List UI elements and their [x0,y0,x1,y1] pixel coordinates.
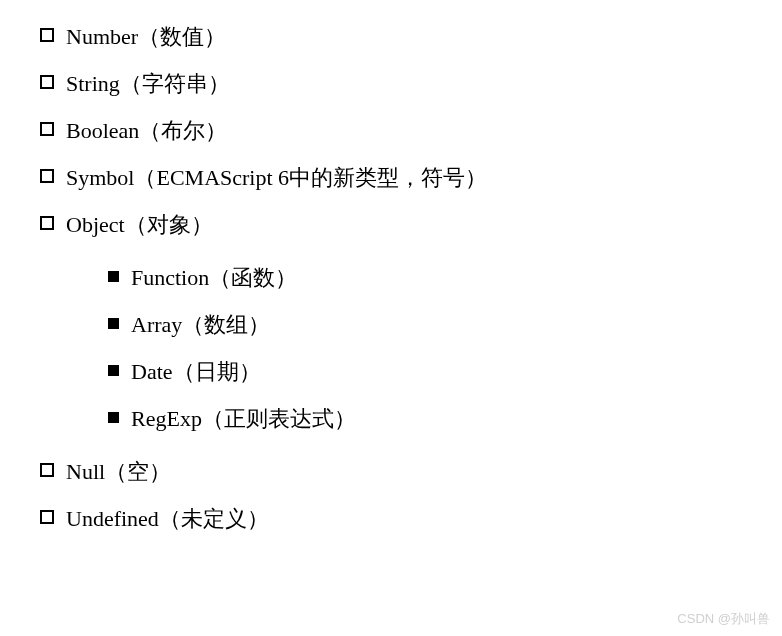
item-text: String（字符串） [66,67,230,100]
item-text: Symbol（ECMAScript 6中的新类型，符号） [66,161,487,194]
watermark: CSDN @孙叫兽 [677,610,770,628]
square-bullet-icon [40,28,54,42]
list-item: Number（数值） [40,20,742,53]
list-item: Object（对象） [40,208,742,241]
item-text: Null（空） [66,455,171,488]
square-bullet-icon [40,216,54,230]
item-text: Boolean（布尔） [66,114,227,147]
list-item: Function（函数） [108,261,742,294]
square-bullet-icon [40,510,54,524]
item-text: Object（对象） [66,208,213,241]
object-subtype-list: Function（函数） Array（数组） Date（日期） RegExp（正… [108,261,742,435]
list-item: Symbol（ECMAScript 6中的新类型，符号） [40,161,742,194]
filled-square-bullet-icon [108,271,119,282]
square-bullet-icon [40,75,54,89]
item-text: Date（日期） [131,355,261,388]
filled-square-bullet-icon [108,318,119,329]
square-bullet-icon [40,169,54,183]
type-list: Number（数值） String（字符串） Boolean（布尔） Symbo… [40,20,742,535]
item-text: Function（函数） [131,261,297,294]
list-item: Date（日期） [108,355,742,388]
list-item: Boolean（布尔） [40,114,742,147]
item-text: Number（数值） [66,20,226,53]
list-item: Null（空） [40,455,742,488]
square-bullet-icon [40,463,54,477]
filled-square-bullet-icon [108,365,119,376]
item-text: Array（数组） [131,308,270,341]
square-bullet-icon [40,122,54,136]
filled-square-bullet-icon [108,412,119,423]
list-item: Array（数组） [108,308,742,341]
item-text: RegExp（正则表达式） [131,402,356,435]
list-item: String（字符串） [40,67,742,100]
list-item: RegExp（正则表达式） [108,402,742,435]
item-text: Undefined（未定义） [66,502,269,535]
list-item: Undefined（未定义） [40,502,742,535]
